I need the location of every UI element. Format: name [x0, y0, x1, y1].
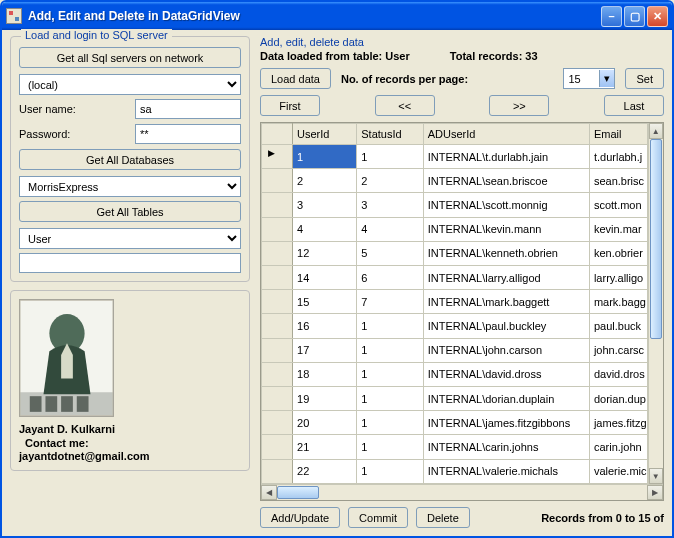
- cell[interactable]: INTERNAL\paul.buckley: [423, 314, 589, 338]
- row-header[interactable]: [262, 411, 293, 435]
- cell[interactable]: 1: [357, 387, 423, 411]
- server-combo[interactable]: (local): [19, 74, 241, 95]
- table-row[interactable]: 146INTERNAL\larry.alligodlarry.alligo: [262, 266, 648, 290]
- cell[interactable]: david.dros: [589, 362, 647, 386]
- close-button[interactable]: ✕: [647, 6, 668, 27]
- minimize-button[interactable]: –: [601, 6, 622, 27]
- scroll-thumb[interactable]: [277, 486, 319, 499]
- cell[interactable]: 1: [357, 411, 423, 435]
- column-header[interactable]: StatusId: [357, 124, 423, 145]
- table-row[interactable]: 33INTERNAL\scott.monnigscott.mon: [262, 193, 648, 217]
- cell[interactable]: 1: [357, 435, 423, 459]
- cell[interactable]: james.fitzg: [589, 411, 647, 435]
- add-update-button[interactable]: Add/Update: [260, 507, 340, 528]
- cell[interactable]: 22: [293, 459, 357, 483]
- set-button[interactable]: Set: [625, 68, 664, 89]
- table-row[interactable]: 221INTERNAL\valerie.michalsvalerie.mic: [262, 459, 648, 483]
- cell[interactable]: 16: [293, 314, 357, 338]
- row-header[interactable]: [262, 435, 293, 459]
- per-page-combo[interactable]: 15 ▾: [563, 68, 615, 89]
- table-row[interactable]: 181INTERNAL\david.drossdavid.dros: [262, 362, 648, 386]
- table-row[interactable]: 11INTERNAL\t.durlabh.jaint.durlabh.j: [262, 145, 648, 169]
- cell[interactable]: 21: [293, 435, 357, 459]
- cell[interactable]: 1: [293, 145, 357, 169]
- cell[interactable]: valerie.mic: [589, 459, 647, 483]
- row-header[interactable]: [262, 241, 293, 265]
- row-header[interactable]: [262, 290, 293, 314]
- cell[interactable]: INTERNAL\kenneth.obrien: [423, 241, 589, 265]
- cell[interactable]: 3: [357, 193, 423, 217]
- cell[interactable]: 18: [293, 362, 357, 386]
- cell[interactable]: 1: [357, 459, 423, 483]
- cell[interactable]: 19: [293, 387, 357, 411]
- cell[interactable]: scott.mon: [589, 193, 647, 217]
- cell[interactable]: 20: [293, 411, 357, 435]
- cell[interactable]: 2: [357, 169, 423, 193]
- database-combo[interactable]: MorrisExpress: [19, 176, 241, 197]
- cell[interactable]: INTERNAL\scott.monnig: [423, 193, 589, 217]
- table-row[interactable]: 171INTERNAL\john.carsonjohn.carsc: [262, 338, 648, 362]
- table-row[interactable]: 191INTERNAL\dorian.duplaindorian.dup: [262, 387, 648, 411]
- scroll-down-icon[interactable]: ▼: [649, 468, 663, 484]
- cell[interactable]: t.durlabh.j: [589, 145, 647, 169]
- cell[interactable]: INTERNAL\larry.alligod: [423, 266, 589, 290]
- maximize-button[interactable]: ▢: [624, 6, 645, 27]
- cell[interactable]: kevin.mar: [589, 217, 647, 241]
- scroll-right-icon[interactable]: ▶: [647, 485, 663, 500]
- cell[interactable]: dorian.dup: [589, 387, 647, 411]
- extra-input[interactable]: [19, 253, 241, 273]
- cell[interactable]: 4: [293, 217, 357, 241]
- row-header[interactable]: [262, 193, 293, 217]
- cell[interactable]: mark.bagg: [589, 290, 647, 314]
- cell[interactable]: ken.obrier: [589, 241, 647, 265]
- data-grid[interactable]: UserId StatusId ADUserId Email 11INTERNA…: [260, 122, 664, 501]
- cell[interactable]: INTERNAL\kevin.mann: [423, 217, 589, 241]
- prev-button[interactable]: <<: [375, 95, 435, 116]
- cell[interactable]: paul.buck: [589, 314, 647, 338]
- password-input[interactable]: [135, 124, 241, 144]
- column-header[interactable]: UserId: [293, 124, 357, 145]
- row-header[interactable]: [262, 266, 293, 290]
- table-row[interactable]: 161INTERNAL\paul.buckleypaul.buck: [262, 314, 648, 338]
- cell[interactable]: INTERNAL\james.fitzgibbons: [423, 411, 589, 435]
- cell[interactable]: 1: [357, 362, 423, 386]
- username-input[interactable]: [135, 99, 241, 119]
- row-header-corner[interactable]: [262, 124, 293, 145]
- table-row[interactable]: 125INTERNAL\kenneth.obrienken.obrier: [262, 241, 648, 265]
- table-row[interactable]: 157INTERNAL\mark.baggettmark.bagg: [262, 290, 648, 314]
- row-header[interactable]: [262, 145, 293, 169]
- cell[interactable]: INTERNAL\carin.johns: [423, 435, 589, 459]
- cell[interactable]: 1: [357, 314, 423, 338]
- vertical-scrollbar[interactable]: ▲ ▼: [648, 123, 663, 484]
- scroll-thumb[interactable]: [650, 139, 662, 339]
- row-header[interactable]: [262, 217, 293, 241]
- scroll-up-icon[interactable]: ▲: [649, 123, 663, 139]
- cell[interactable]: INTERNAL\valerie.michals: [423, 459, 589, 483]
- get-tables-button[interactable]: Get All Tables: [19, 201, 241, 222]
- titlebar[interactable]: Add, Edit and Delete in DataGridView – ▢…: [2, 2, 672, 30]
- get-servers-button[interactable]: Get all Sql servers on network: [19, 47, 241, 68]
- row-header[interactable]: [262, 459, 293, 483]
- cell[interactable]: 3: [293, 193, 357, 217]
- horizontal-scrollbar[interactable]: ◀ ▶: [261, 484, 663, 500]
- delete-button[interactable]: Delete: [416, 507, 470, 528]
- next-button[interactable]: >>: [489, 95, 549, 116]
- cell[interactable]: 1: [357, 145, 423, 169]
- row-header[interactable]: [262, 169, 293, 193]
- table-combo[interactable]: User: [19, 228, 241, 249]
- cell[interactable]: carin.john: [589, 435, 647, 459]
- cell[interactable]: INTERNAL\dorian.duplain: [423, 387, 589, 411]
- cell[interactable]: 14: [293, 266, 357, 290]
- table-row[interactable]: 22INTERNAL\sean.briscoesean.brisc: [262, 169, 648, 193]
- get-databases-button[interactable]: Get All Databases: [19, 149, 241, 170]
- table-row[interactable]: 44INTERNAL\kevin.mannkevin.mar: [262, 217, 648, 241]
- cell[interactable]: 15: [293, 290, 357, 314]
- table-row[interactable]: 201INTERNAL\james.fitzgibbonsjames.fitzg: [262, 411, 648, 435]
- cell[interactable]: 17: [293, 338, 357, 362]
- cell[interactable]: INTERNAL\david.dross: [423, 362, 589, 386]
- cell[interactable]: 12: [293, 241, 357, 265]
- column-header[interactable]: ADUserId: [423, 124, 589, 145]
- last-button[interactable]: Last: [604, 95, 664, 116]
- cell[interactable]: INTERNAL\sean.briscoe: [423, 169, 589, 193]
- cell[interactable]: 4: [357, 217, 423, 241]
